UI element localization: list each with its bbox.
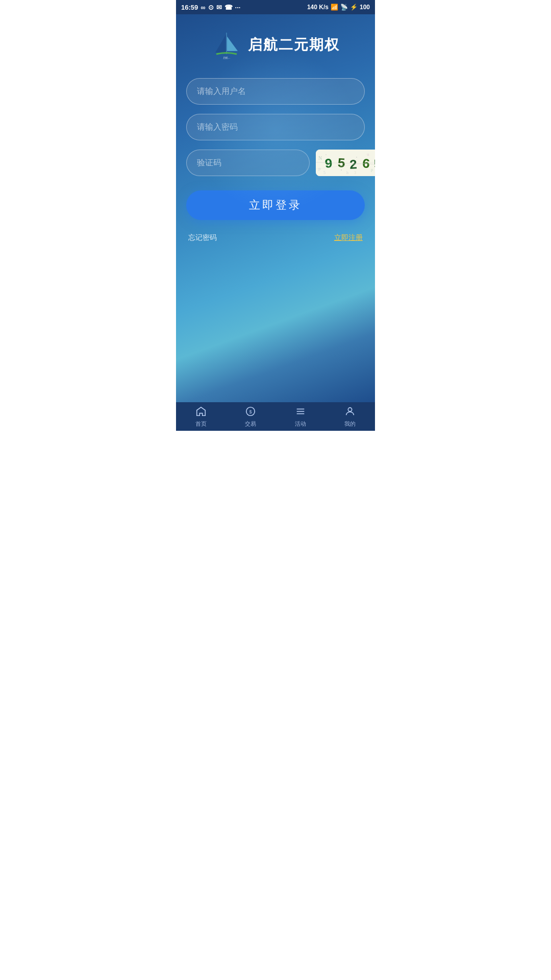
svg-text:9: 9: [324, 156, 333, 172]
wifi-icon: 📡: [340, 4, 348, 11]
links-row: 忘记密码 立即注册: [186, 233, 365, 242]
mail-icon: ✉: [216, 4, 222, 11]
captcha-image[interactable]: N p q r 5 u p h 3 9 5 2 6 5: [316, 150, 375, 176]
bottom-nav: 首页 $ 交易 活动: [176, 402, 375, 431]
time-display: 16:59: [181, 4, 198, 11]
nav-item-home[interactable]: 首页: [176, 402, 226, 431]
nav-item-activity[interactable]: 活动: [276, 402, 325, 431]
speed-display: 140 K/s: [307, 4, 329, 11]
infinity-icon: ∞: [201, 4, 205, 11]
password-input[interactable]: [186, 114, 365, 140]
svg-text:u: u: [367, 152, 369, 157]
logo-area: 启航... 启航二元期权: [211, 30, 340, 60]
nav-label-home: 首页: [195, 420, 207, 428]
svg-point-34: [348, 407, 352, 411]
svg-marker-1: [227, 36, 238, 51]
phone-icon: ☎: [224, 4, 233, 11]
login-button[interactable]: 立即登录: [186, 190, 365, 220]
signal-icon: 📶: [331, 4, 338, 11]
main-content: 启航... 启航二元期权 N p q: [176, 14, 375, 402]
form-area: N p q r 5 u p h 3 9 5 2 6 5: [186, 78, 365, 242]
status-left: 16:59 ∞ ⊙ ✉ ☎ ···: [181, 4, 240, 11]
svg-text:N: N: [318, 155, 322, 161]
captcha-input[interactable]: [186, 150, 310, 176]
check-icon: ⊙: [208, 4, 214, 11]
svg-marker-0: [215, 34, 227, 53]
svg-text:6: 6: [361, 156, 370, 172]
svg-text:$: $: [249, 409, 252, 414]
dots-icon: ···: [235, 4, 241, 11]
home-icon: [195, 406, 207, 419]
profile-icon: [344, 406, 356, 419]
nav-label-trade: 交易: [245, 420, 256, 428]
nav-item-trade[interactable]: $ 交易: [226, 402, 276, 431]
nav-label-activity: 活动: [295, 420, 306, 428]
register-link[interactable]: 立即注册: [334, 233, 363, 242]
svg-text:p: p: [371, 167, 373, 172]
captcha-row: N p q r 5 u p h 3 9 5 2 6 5: [186, 150, 365, 176]
username-input[interactable]: [186, 78, 365, 105]
nav-label-profile: 我的: [344, 420, 356, 428]
svg-text:5: 5: [337, 156, 346, 172]
status-right: 140 K/s 📶 📡 ⚡ 100: [307, 4, 370, 11]
logo-icon: 启航...: [211, 30, 242, 60]
battery-display: 100: [360, 4, 370, 11]
svg-point-5: [325, 154, 327, 155]
activity-icon: [295, 406, 306, 419]
logo-text: 启航二元期权: [248, 35, 340, 55]
bolt-icon: ⚡: [350, 4, 358, 11]
svg-text:h: h: [346, 170, 348, 175]
nav-item-profile[interactable]: 我的: [325, 402, 375, 431]
forgot-password-link[interactable]: 忘记密码: [188, 233, 217, 242]
svg-text:启航...: 启航...: [223, 56, 230, 59]
status-bar: 16:59 ∞ ⊙ ✉ ☎ ··· 140 K/s 📶 📡 ⚡ 100: [176, 0, 375, 14]
trade-icon: $: [245, 406, 256, 419]
